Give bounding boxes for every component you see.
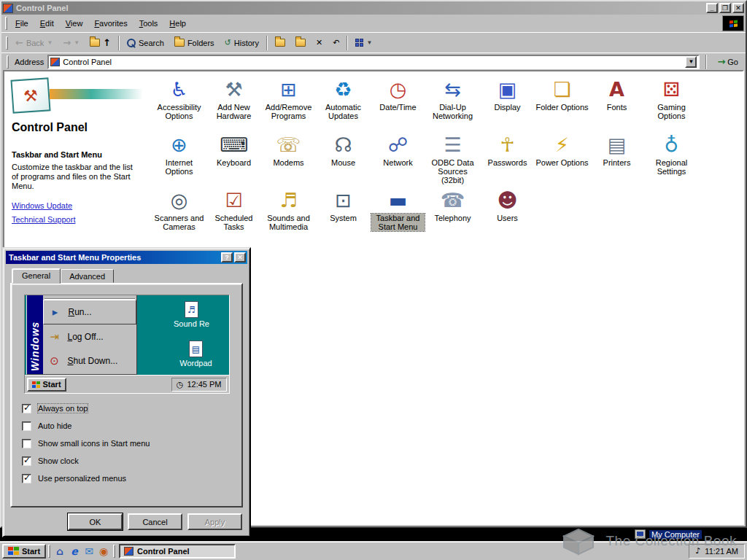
volume-icon[interactable]: ♪ xyxy=(695,546,700,556)
show-clock-checkbox[interactable] xyxy=(22,456,31,466)
maximize-button[interactable]: ❐ xyxy=(719,3,731,13)
folders-button[interactable]: Folders xyxy=(169,36,220,50)
use-personalized-menus-checkbox[interactable] xyxy=(22,474,31,483)
go-button[interactable]: → Go xyxy=(713,55,743,69)
my-computer-desktop-icon[interactable]: My Computer xyxy=(635,529,702,539)
cpl-icon-modems[interactable]: ☏Modems xyxy=(261,131,316,187)
cpl-icon-folder-options[interactable]: ❏Folder Options xyxy=(535,76,589,131)
tab-general[interactable]: General xyxy=(12,268,61,284)
cancel-button[interactable]: Cancel xyxy=(128,513,182,530)
delete-button[interactable]: ✕ xyxy=(311,35,328,50)
cpl-icon-users[interactable]: ☻Users xyxy=(480,187,535,242)
cpl-icon-printers[interactable]: ▤Printers xyxy=(589,131,644,187)
cpl-icon-date-time[interactable]: ◷Date/Time xyxy=(371,76,425,131)
cpl-icon-regional-settings[interactable]: ♁Regional Settings xyxy=(644,131,699,187)
option-show-clock[interactable]: Show clock xyxy=(22,456,240,466)
toolbar-separator xyxy=(347,36,348,50)
auto-hide-checkbox[interactable] xyxy=(22,421,31,431)
always-on-top-label: Always on top xyxy=(38,404,88,413)
ok-button[interactable]: OK xyxy=(68,513,123,530)
log-off-icon: ⇥ xyxy=(48,330,61,343)
cpl-icon-fonts[interactable]: AFonts xyxy=(589,76,644,131)
toolbar-grip[interactable] xyxy=(6,36,8,50)
cpl-icon-passwords[interactable]: ☥Passwords xyxy=(480,131,535,187)
history-button[interactable]: ↺ History xyxy=(220,35,264,50)
internet-explorer-icon[interactable]: e xyxy=(68,545,81,558)
option-use-personalized-menus[interactable]: Use personalized menus xyxy=(22,473,240,483)
copy-to-button[interactable] xyxy=(290,36,311,50)
cpl-icon-add-remove-programs[interactable]: ⊞Add/Remove Programs xyxy=(261,76,316,131)
cpl-icon-scheduled-tasks[interactable]: ☑Scheduled Tasks xyxy=(206,187,261,242)
icon-label: Folder Options xyxy=(535,103,588,112)
views-button[interactable]: ▼ xyxy=(350,36,377,50)
address-input[interactable]: Control Panel ▼ xyxy=(47,55,700,69)
show-desktop-icon[interactable]: ⌂ xyxy=(53,545,66,558)
cpl-icon-gaming-options[interactable]: ⚄Gaming Options xyxy=(644,76,699,131)
cpl-icon-odbc-data-sources[interactable]: ☰ODBC Data Sources (32bit) xyxy=(425,131,480,187)
option-auto-hide[interactable]: Auto hide xyxy=(22,421,240,431)
views-dropdown-icon[interactable]: ▼ xyxy=(366,39,372,46)
search-button[interactable]: Search xyxy=(122,36,169,50)
cpl-icon-accessibility-options[interactable]: ♿Accessibility Options xyxy=(152,76,206,131)
icon-label: Scheduled Tasks xyxy=(207,214,260,231)
help-button[interactable]: ? xyxy=(221,252,233,262)
outlook-express-icon[interactable]: ✉ xyxy=(82,545,96,558)
undo-button[interactable]: ↶ xyxy=(328,35,344,50)
cpl-icon-automatic-updates[interactable]: ♻Automatic Updates xyxy=(316,76,371,131)
cpl-icon-power-options[interactable]: ⚡Power Options xyxy=(535,131,589,187)
icon-label-selected: Taskbar and Start Menu xyxy=(371,214,425,231)
show-small-icons-label: Show small icons in Start menu xyxy=(38,439,150,448)
start-button[interactable]: Start xyxy=(2,544,46,559)
dialog-titlebar[interactable]: Taskbar and Start Menu Properties ? ✕ xyxy=(6,251,247,264)
move-to-button[interactable] xyxy=(270,36,290,50)
cpl-icon-mouse[interactable]: ☊Mouse xyxy=(316,131,371,187)
option-show-small-icons[interactable]: Show small icons in Start menu xyxy=(22,438,240,448)
close-button[interactable]: ✕ xyxy=(732,3,744,13)
menubar-grip[interactable] xyxy=(5,17,7,30)
menu-tools[interactable]: Tools xyxy=(133,17,164,30)
cpl-icon-dial-up-networking[interactable]: ⇆Dial-Up Networking xyxy=(425,76,480,131)
option-always-on-top[interactable]: Always on top xyxy=(22,403,240,413)
address-dropdown-button[interactable]: ▼ xyxy=(685,56,697,68)
forward-button[interactable]: → ▼ xyxy=(58,34,85,51)
logo-gradient-band xyxy=(50,89,143,99)
cpl-icon-display[interactable]: ▣Display xyxy=(480,76,535,131)
back-button[interactable]: ← Back ▼ xyxy=(10,34,58,51)
task-button-control-panel[interactable]: Control Panel xyxy=(119,544,236,559)
cpl-icon-internet-options[interactable]: ⊕Internet Options xyxy=(152,131,206,187)
always-on-top-checkbox[interactable] xyxy=(22,404,31,413)
cpl-icon-sounds-and-multimedia[interactable]: ♬Sounds and Multimedia xyxy=(261,187,316,242)
tab-advanced[interactable]: Advanced xyxy=(61,269,114,283)
taskbar: Start ⌂ e ✉ ◉ Control Panel ♪ 11:21 AM xyxy=(0,541,747,560)
cpl-icon-telephony[interactable]: ☎Telephony xyxy=(425,187,480,242)
show-small-icons-checkbox[interactable] xyxy=(22,439,31,448)
forward-dropdown-icon[interactable]: ▼ xyxy=(74,39,80,46)
up-button[interactable]: ↑ xyxy=(85,34,116,51)
tab-strip: General Advanced xyxy=(12,269,243,283)
menu-help[interactable]: Help xyxy=(163,17,192,30)
menu-file[interactable]: File xyxy=(9,17,34,30)
menu-view[interactable]: View xyxy=(60,17,89,30)
dialog-button-row: OK Cancel Apply xyxy=(10,513,243,530)
apply-button[interactable]: Apply xyxy=(187,513,242,530)
cpl-icon-taskbar-and-start-menu[interactable]: ▬Taskbar and Start Menu xyxy=(371,187,425,242)
menu-edit[interactable]: Edit xyxy=(34,17,60,30)
minimize-button[interactable]: _ xyxy=(706,3,718,13)
technical-support-link[interactable]: Technical Support xyxy=(12,215,75,224)
quick-launch-grip[interactable] xyxy=(48,545,50,558)
cpl-icon-add-new-hardware[interactable]: ⚒Add New Hardware xyxy=(206,76,261,131)
cpl-icon-system[interactable]: ⊡System xyxy=(316,187,371,242)
window-titlebar[interactable]: Control Panel _ ❐ ✕ xyxy=(1,1,746,15)
taskband-grip[interactable] xyxy=(113,545,115,558)
addressbar-grip[interactable] xyxy=(7,55,9,69)
cpl-icon-network[interactable]: ☍Network xyxy=(371,131,425,187)
tray-clock[interactable]: 11:21 AM xyxy=(705,547,738,556)
cpl-icon-keyboard[interactable]: ⌨Keyboard xyxy=(206,131,261,187)
back-dropdown-icon[interactable]: ▼ xyxy=(47,39,53,46)
dialog-close-button[interactable]: ✕ xyxy=(234,252,246,262)
menu-favorites[interactable]: Favorites xyxy=(88,17,133,30)
media-player-icon[interactable]: ◉ xyxy=(97,545,110,558)
dialog-title: Taskbar and Start Menu Properties xyxy=(9,253,220,262)
windows-update-link[interactable]: Windows Update xyxy=(12,201,72,210)
cpl-icon-scanners-and-cameras[interactable]: ◎Scanners and Cameras xyxy=(152,187,206,242)
